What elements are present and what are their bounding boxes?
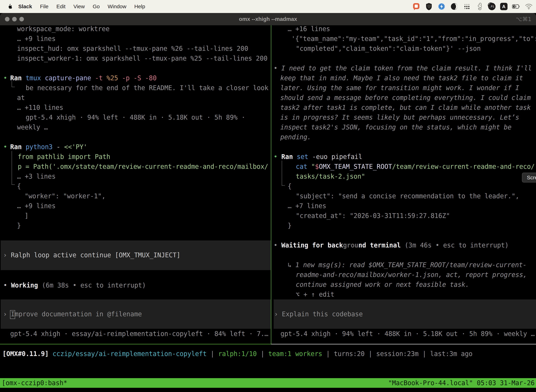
- ran-python3-command: Ran python3 - <<'PY': [10, 142, 87, 152]
- tooltip-label: Scre: [527, 175, 536, 181]
- tmux-status-bar: [omx-cczip0:bash* "MacBook-Pro-44.local"…: [0, 378, 536, 388]
- thinking-text: • I need to get the claim token from the…: [274, 63, 532, 73]
- json-output: ]: [25, 211, 29, 221]
- collapsed-lines: … +7 lines: [288, 201, 326, 211]
- thinking-text: task2 after task1 is complete, but can I…: [280, 103, 531, 112]
- json-output: "created_at": "2026-03-31T11:59:27.816Z": [296, 211, 450, 221]
- ran-bullet: •: [3, 73, 7, 83]
- text-cursor: [10, 310, 15, 319]
- menu-item-go[interactable]: Go: [93, 4, 100, 9]
- menu-item-file[interactable]: File: [40, 4, 48, 9]
- config-line: workspace_mode: worktree: [17, 24, 110, 34]
- output-connector: [282, 161, 282, 186]
- config-line: inspect_hud: omx sparkshell --tmux-pane …: [17, 44, 248, 54]
- config-line: inspect_worker-1: omx sparkshell --tmux-…: [17, 54, 268, 63]
- json-output: }: [17, 221, 21, 231]
- thinking-text: pending.: [280, 132, 311, 142]
- command-output: be necessary for the end of the README. …: [26, 83, 268, 93]
- apple-menu-icon[interactable]: [8, 4, 12, 9]
- command-output: "completed","claim_token":"claim-token"}…: [296, 44, 481, 54]
- collapsed-lines: … +9 lines: [17, 201, 56, 211]
- left-pane-border: [0, 344, 271, 344]
- omx-session-statusline: [OMX#0.11.9] cczip/essay/ai-reimplementa…: [2, 349, 473, 359]
- json-output: {: [288, 182, 292, 191]
- json-output: "subject": "send a concise recommendatio…: [296, 191, 519, 201]
- window-shortcut-hint: ⌥⌘1: [516, 16, 531, 23]
- pane-divider[interactable]: [271, 25, 271, 344]
- window-titlebar[interactable]: omx --xhigh --madmax ⌥⌘1: [0, 13, 536, 25]
- waiting-status: • Waiting for background terminal (3m 46…: [274, 240, 509, 250]
- screen: Slack File Edit View Go Window Help: [0, 0, 536, 392]
- menu-bar: Slack File Edit View Go Window Help: [0, 0, 536, 13]
- wifi-icon[interactable]: [525, 2, 533, 10]
- tmux-host-clock: "MacBook-Pro-44.local" 05:03 31-Mar-26: [388, 379, 535, 387]
- collapsed-lines: … +3 lines: [17, 172, 56, 182]
- count-badge-icon[interactable]: ..61: [488, 3, 496, 10]
- output-connector: [12, 184, 15, 185]
- keyboard-layout-icon[interactable]: A: [500, 3, 507, 10]
- menu-item-edit[interactable]: Edit: [57, 4, 66, 9]
- thinking-text: later. Using the same for transition mig…: [280, 83, 519, 93]
- command-output: at: [17, 93, 25, 103]
- ran-tmux-capture-command: Ran tmux capture-pane -t %25 -p -S -80: [10, 73, 157, 83]
- new-message-note: ↳ 1 new msg(s): read $OMX_TEAM_STATE_ROO…: [288, 260, 526, 270]
- thinking-text: inspect task2's JSON, focusing on the st…: [280, 122, 512, 132]
- command-output: gpt-5.4 xhigh · 94% left · 488K in · 5.1…: [26, 112, 245, 122]
- terminal-window: omx --xhigh --madmax ⌥⌘1 workspace_mode:…: [0, 13, 536, 392]
- output-connector: [12, 87, 15, 87]
- pane-status-left: gpt-5.4 xhigh · essay/ai-reimplementatio…: [10, 329, 268, 339]
- menu-status-icons: ..61 A: [412, 2, 533, 10]
- ralph-loop-notice: › Ralph loop active continue [OMX_TMUX_I…: [3, 250, 180, 260]
- battery-icon[interactable]: [512, 2, 520, 10]
- menu-item-view[interactable]: View: [73, 4, 85, 9]
- working-status: • Working (6m 38s • esc to interrupt): [3, 280, 146, 290]
- output-connector: [12, 151, 12, 185]
- json-output: }: [288, 221, 292, 231]
- pane-status-right: gpt-5.4 xhigh · 94% left · 488K in · 5.1…: [281, 329, 535, 339]
- heredoc-code: from pathlib import Path: [18, 152, 110, 162]
- bolt-badge-icon[interactable]: [438, 2, 446, 10]
- window-title: omx --xhigh --madmax: [0, 16, 536, 22]
- cat-command: cat "$OMX_TEAM_STATE_ROOT/team/review-cu…: [296, 162, 535, 172]
- moon-contrast-icon[interactable]: [450, 2, 458, 10]
- prompt-placeholder-left: › Improve documentation in @filename: [3, 309, 142, 319]
- thinking-text: keep that in mind. Maybe I also need the…: [280, 73, 523, 83]
- right-pane-border: [271, 344, 536, 344]
- thinking-text: is in progress? It seems likely but perh…: [280, 112, 519, 122]
- collapsed-lines: … +110 lines: [17, 103, 63, 112]
- screen-tooltip: Scre: [522, 173, 536, 182]
- cat-command: tasks/task-2.json": [296, 172, 365, 182]
- new-message-note: readme-and-reco/mailbox/worker-1.json, a…: [296, 270, 527, 280]
- tmux-session-name: [omx-cczip0:bash*: [2, 379, 67, 387]
- chat-app-icon[interactable]: [412, 2, 420, 10]
- edit-hint: ⌥ + ↑ edit: [296, 289, 334, 299]
- command-output: '{"team_name":"my-team","task_id":"1","f…: [291, 34, 536, 44]
- ran-bullet: •: [3, 142, 7, 152]
- heredoc-code: p = Path('.omx/state/team/review-current…: [18, 162, 268, 172]
- menu-item-window[interactable]: Window: [108, 4, 126, 9]
- json-output: {: [17, 182, 21, 191]
- menu-item-help[interactable]: Help: [134, 4, 145, 9]
- menu-item-slack[interactable]: Slack: [18, 4, 32, 9]
- collapsed-lines: … +9 lines: [17, 34, 56, 44]
- collapsed-lines: … +16 lines: [288, 24, 330, 34]
- json-output: "worker": "worker-1",: [25, 191, 105, 201]
- thinking-text: should send a message before completing …: [280, 93, 531, 103]
- new-message-note: continue assigned work or next feasible …: [296, 280, 469, 289]
- seahorse-icon[interactable]: [475, 2, 483, 10]
- output-connector: [282, 185, 285, 186]
- ran-set-command: • Ran set -euo pipefail: [274, 152, 362, 162]
- shield-grid-icon[interactable]: [425, 2, 433, 10]
- dots-grid-icon[interactable]: [463, 2, 471, 10]
- prompt-placeholder-right: › Explain this codebase: [274, 309, 363, 319]
- command-output: weekly …: [17, 122, 48, 132]
